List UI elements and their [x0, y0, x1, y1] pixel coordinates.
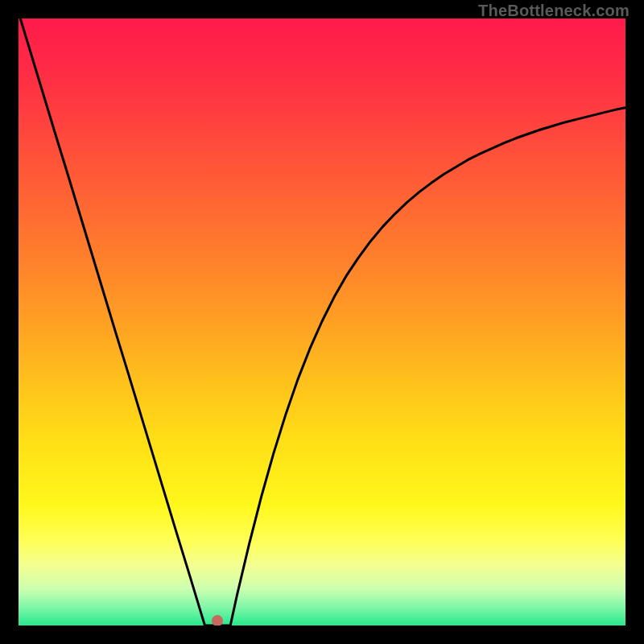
chart-frame: TheBottleneck.com — [0, 0, 644, 644]
heat-gradient-background — [19, 19, 625, 625]
watermark-text: TheBottleneck.com — [478, 2, 630, 20]
svg-rect-0 — [19, 19, 625, 625]
plot-area — [19, 19, 625, 625]
optimal-point-marker — [212, 615, 223, 625]
